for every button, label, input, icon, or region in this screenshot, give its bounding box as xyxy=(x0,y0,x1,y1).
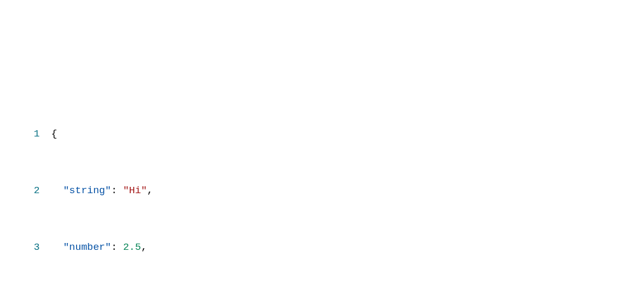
code-token: "number" xyxy=(63,241,111,253)
code-content[interactable]: { "string": "Hi", "number": 2.5, "boolea… xyxy=(51,86,470,295)
code-token: { xyxy=(51,128,57,140)
line-number: 2 xyxy=(16,181,40,200)
line-number: 1 xyxy=(16,124,40,143)
line-number-gutter: 1 2 3 4 5 6 7 8 9 10 11 12 13 xyxy=(16,86,51,295)
code-token: , xyxy=(141,241,147,253)
code-token xyxy=(51,241,64,253)
code-line[interactable]: "string": "Hi", xyxy=(51,181,470,200)
line-number: 3 xyxy=(16,238,40,257)
code-line[interactable]: "number": 2.5, xyxy=(51,238,470,257)
code-token: : xyxy=(111,185,123,196)
code-line[interactable]: { xyxy=(51,124,470,143)
code-token: 2.5 xyxy=(123,241,141,253)
code-editor[interactable]: 1 2 3 4 5 6 7 8 9 10 11 12 13 { "string"… xyxy=(16,86,628,295)
code-token: "string" xyxy=(63,185,111,196)
code-token: : xyxy=(111,241,123,253)
code-token xyxy=(51,185,64,196)
code-token: "Hi" xyxy=(123,185,147,196)
code-token: , xyxy=(147,185,153,196)
